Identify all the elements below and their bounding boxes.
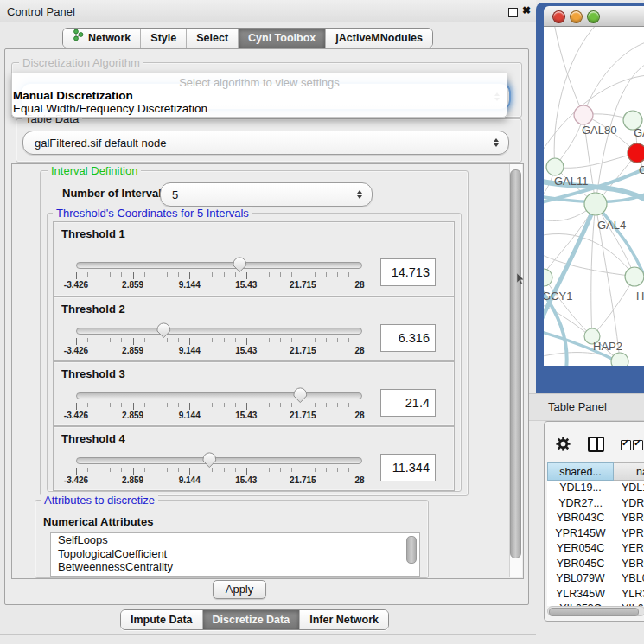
slider-track[interactable]: [76, 328, 362, 335]
close-traffic-light-icon[interactable]: [552, 10, 565, 23]
slider-thumb[interactable]: [156, 322, 171, 339]
threshold-value-field[interactable]: 21.4: [380, 389, 436, 417]
threshold-value-field[interactable]: 11.344: [380, 454, 436, 481]
cell-name[interactable]: YBL0: [614, 571, 644, 587]
apply-button[interactable]: Apply: [213, 580, 266, 599]
num-intervals-combo[interactable]: 5: [160, 182, 373, 207]
float-window-icon[interactable]: [508, 8, 518, 17]
slider-tick-label: 28: [334, 411, 386, 420]
slider-thumb[interactable]: [233, 257, 247, 273]
tab-infer-network[interactable]: Infer Network: [300, 610, 388, 629]
slider-track[interactable]: [76, 262, 362, 269]
tab-cyni-toolbox[interactable]: Cyni Toolbox: [239, 29, 326, 48]
checkbox-icon[interactable]: ✓: [633, 440, 643, 450]
node-bottom[interactable]: [611, 353, 628, 366]
combo-arrows-icon[interactable]: [494, 138, 499, 147]
cell-shared-name[interactable]: YDL19...: [547, 481, 614, 496]
slider-tick: [133, 272, 134, 279]
slider-tick-label: 28: [334, 280, 386, 290]
attribute-item-selfloops[interactable]: SelfLoops: [51, 533, 419, 547]
slider-tick: [258, 272, 258, 277]
table-row[interactable]: YPR145WYPR1: [547, 526, 644, 542]
slider-tick: [224, 338, 225, 342]
table-row[interactable]: YDR27...YDR2: [547, 496, 644, 512]
cell-name[interactable]: YLR3: [614, 587, 644, 603]
node-selected-red[interactable]: [628, 143, 644, 163]
cell-name[interactable]: YER0: [614, 541, 644, 557]
slider-tick: [303, 403, 303, 410]
table-row[interactable]: YDL19...YDL1: [547, 481, 644, 496]
threshold-value-field[interactable]: 6.316: [380, 324, 436, 352]
cell-name[interactable]: YBR0: [614, 511, 644, 526]
slider-tick: [337, 338, 338, 342]
cell-name[interactable]: YPR1: [614, 526, 644, 542]
tab-style[interactable]: Style: [141, 29, 187, 48]
cell-shared-name[interactable]: YLR345W: [547, 587, 614, 603]
zoom-traffic-light-icon[interactable]: [587, 10, 600, 23]
attribute-item-topologicalcoefficient[interactable]: TopologicalCoefficient: [51, 547, 419, 561]
node-gal80[interactable]: [574, 105, 593, 124]
columns-icon[interactable]: [588, 437, 604, 452]
algorithm-group-title: Discretization Algorithm: [19, 56, 143, 69]
column-header-name[interactable]: na: [614, 462, 644, 481]
gear-icon[interactable]: [556, 437, 571, 451]
slider-track[interactable]: [76, 457, 362, 464]
cell-shared-name[interactable]: YPR145W: [547, 526, 614, 542]
checkbox-icon[interactable]: ✓: [621, 440, 631, 450]
node-gcy1[interactable]: [544, 269, 552, 286]
table-hscrollbar-thumb[interactable]: [549, 608, 639, 616]
tab-network[interactable]: Network: [63, 29, 141, 48]
table-row[interactable]: YBR043CYBR0: [547, 511, 644, 526]
slider-tick: [246, 403, 247, 410]
slider-tick: [121, 272, 122, 277]
table-data-combo[interactable]: galFiltered.sif default node: [22, 131, 509, 155]
table-row[interactable]: YER054CYER0: [547, 541, 644, 557]
table-row[interactable]: YBL079WYBL0: [547, 571, 644, 587]
table-row[interactable]: YBR045CYBR0: [547, 557, 644, 572]
node-label-gal80: GAL80: [582, 124, 616, 137]
cell-name[interactable]: YDL1: [614, 481, 644, 496]
network-edge: [583, 42, 644, 115]
slider-tick: [121, 468, 122, 472]
minimize-traffic-light-icon[interactable]: [570, 10, 583, 23]
cell-shared-name[interactable]: YBR045C: [547, 557, 614, 572]
cell-shared-name[interactable]: YBL079W: [547, 571, 614, 587]
app-root: Control Panel ✖ NetworkStyleSelectCyni T…: [0, 0, 644, 644]
attributes-list-scrollbar-thumb[interactable]: [406, 536, 417, 564]
network-window-titlebar[interactable]: [544, 6, 644, 27]
close-icon[interactable]: ✖: [522, 4, 531, 16]
dropdown-item-manual-discretization[interactable]: Manual Discretization: [13, 89, 133, 102]
attribute-item-betweennesscentrality[interactable]: BetweennessCentrality: [51, 560, 419, 574]
tab-impute-data[interactable]: Impute Data: [121, 610, 203, 629]
main-scrollbar-thumb[interactable]: [510, 169, 521, 558]
tab-discretize-data[interactable]: Discretize Data: [203, 610, 301, 629]
combo-arrows-icon[interactable]: [357, 190, 362, 199]
table-hscrollbar-track[interactable]: [547, 606, 644, 616]
attributes-group-title: Attributes to discretize: [41, 494, 158, 507]
cell-name[interactable]: YBR0: [614, 557, 644, 572]
slider-track[interactable]: [76, 392, 362, 399]
cell-shared-name[interactable]: YBR043C: [547, 511, 614, 526]
numerical-attributes-label: Numerical Attributes: [43, 515, 153, 528]
network-canvas[interactable]: GAL80GACGAL11GAL4GCY1HHAP2: [544, 27, 644, 366]
network-icon: [73, 29, 84, 48]
dropdown-item-equal-width-frequency-discretization[interactable]: Equal Width/Frequency Discretization: [13, 102, 207, 115]
column-header-shared[interactable]: shared...: [547, 462, 614, 481]
network-window-frame[interactable]: GAL80GACGAL11GAL4GCY1HHAP2: [536, 3, 644, 393]
node-gal11[interactable]: [546, 158, 564, 175]
node-h[interactable]: [625, 267, 644, 286]
cell-name[interactable]: YDR2: [614, 496, 644, 512]
cell-shared-name[interactable]: YDR27...: [547, 496, 614, 512]
node-gal4[interactable]: [584, 193, 607, 215]
tab-select[interactable]: Select: [187, 29, 239, 48]
slider-tick: [280, 272, 281, 277]
table-row[interactable]: YLR345WYLR3: [547, 587, 644, 603]
threshold-value-field[interactable]: 14.713: [380, 258, 436, 286]
slider-tick-label: 28: [334, 475, 386, 485]
cell-shared-name[interactable]: YER054C: [547, 541, 614, 557]
slider-tick-label: -3.426: [50, 411, 102, 420]
slider-tick: [76, 272, 77, 279]
slider-thumb[interactable]: [202, 452, 217, 469]
tab-jactivemnodules[interactable]: jActiveMNodules: [326, 29, 432, 48]
slider-thumb[interactable]: [293, 387, 308, 404]
